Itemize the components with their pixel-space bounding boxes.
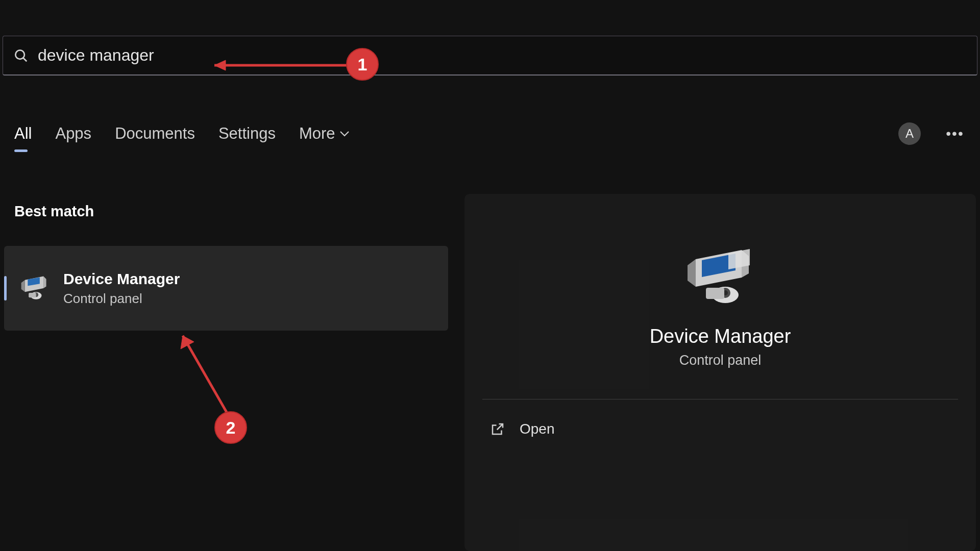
result-subtitle: Control panel (63, 291, 180, 307)
detail-title: Device Manager (650, 325, 791, 347)
result-title: Device Manager (63, 270, 180, 288)
search-result-device-manager[interactable]: Device Manager Control panel (4, 246, 448, 331)
search-bar[interactable] (3, 36, 977, 76)
detail-device-manager-icon (684, 245, 756, 306)
tab-settings[interactable]: Settings (218, 124, 276, 143)
svg-point-0 (15, 50, 24, 59)
annotation-arrow-2 (174, 324, 250, 427)
detail-actions: Open (464, 409, 976, 449)
result-text: Device Manager Control panel (63, 270, 180, 307)
tab-all[interactable]: All (14, 124, 32, 143)
open-action[interactable]: Open (486, 409, 954, 449)
user-avatar[interactable]: A (898, 122, 921, 145)
svg-rect-17 (706, 288, 724, 299)
search-input[interactable] (38, 46, 967, 65)
svg-line-1 (23, 58, 27, 61)
annotation-callout-2: 2 (214, 411, 247, 444)
tab-more-label: More (299, 124, 335, 143)
tab-more[interactable]: More (299, 124, 350, 143)
annotation-callout-1: 1 (346, 48, 379, 81)
svg-marker-10 (688, 259, 696, 287)
tab-apps[interactable]: Apps (55, 124, 91, 143)
device-manager-icon (18, 272, 50, 304)
svg-marker-21 (181, 336, 194, 349)
open-external-icon (490, 421, 505, 437)
svg-marker-19 (214, 60, 226, 70)
detail-subtitle: Control panel (679, 353, 762, 368)
svg-rect-8 (29, 293, 36, 297)
search-icon (13, 48, 29, 63)
section-best-match-label: Best match (14, 203, 94, 220)
detail-divider (482, 399, 958, 399)
more-options-button[interactable]: ••• (944, 123, 966, 144)
filter-tabs: All Apps Documents Settings More A ••• (14, 122, 966, 145)
tab-documents[interactable]: Documents (115, 124, 195, 143)
open-label: Open (520, 421, 555, 437)
detail-panel: Device Manager Control panel Open (464, 194, 976, 551)
svg-marker-4 (43, 276, 46, 288)
chevron-down-icon (339, 131, 350, 137)
svg-marker-3 (21, 280, 25, 292)
svg-line-20 (183, 336, 231, 419)
annotation-arrow-1 (204, 56, 352, 74)
